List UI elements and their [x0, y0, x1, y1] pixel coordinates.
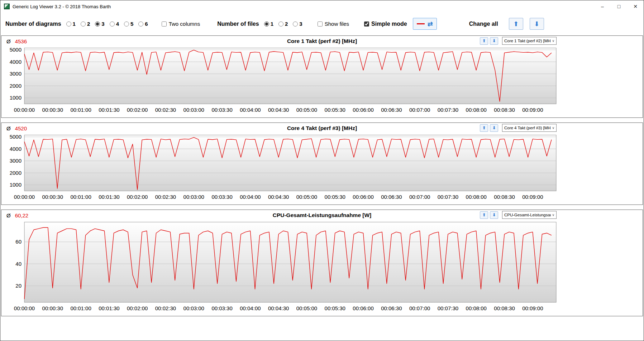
two-columns-input[interactable] [162, 21, 167, 27]
radio-label: 6 [145, 21, 148, 27]
svg-text:00:06:00: 00:06:00 [353, 305, 373, 311]
svg-text:00:07:00: 00:07:00 [409, 107, 430, 113]
move-chart-up-button[interactable]: ⬆ [480, 124, 488, 132]
svg-text:00:07:00: 00:07:00 [409, 194, 430, 200]
change-all-up-button[interactable]: ⬆ [509, 18, 523, 30]
diagrams-radio-1[interactable] [66, 21, 71, 27]
svg-text:00:05:30: 00:05:30 [325, 107, 345, 113]
diagrams-radio-3[interactable] [95, 21, 100, 27]
average-value: 4520 [15, 125, 27, 131]
svg-text:3000: 3000 [10, 158, 22, 164]
svg-text:4000: 4000 [10, 59, 22, 65]
svg-text:00:08:30: 00:08:30 [494, 305, 515, 311]
charts-area: Ø 4536 Core 1 Takt (perf #2) [MHz] ⬆ ⬇ C… [0, 35, 644, 321]
diagrams-option-1[interactable]: 1 [66, 21, 76, 27]
svg-text:00:03:30: 00:03:30 [211, 107, 232, 113]
svg-text:00:07:30: 00:07:30 [438, 305, 458, 311]
svg-text:00:06:30: 00:06:30 [381, 305, 402, 311]
two-columns-checkbox[interactable]: Two columns [162, 21, 200, 27]
line-chart-canvas[interactable]: 20406000:00:0000:00:3000:01:0000:01:3000… [4, 220, 643, 314]
dropdown-value: Core 4 Takt (perf #3) [MH [504, 126, 551, 130]
svg-text:00:04:00: 00:04:00 [240, 305, 261, 311]
svg-text:00:02:30: 00:02:30 [155, 194, 176, 200]
line-chart-canvas[interactable]: 1000200030004000500000:00:0000:00:3000:0… [4, 46, 643, 116]
maximize-icon: □ [617, 4, 620, 9]
svg-text:00:08:30: 00:08:30 [494, 194, 515, 200]
svg-text:40: 40 [15, 261, 22, 267]
move-chart-down-button[interactable]: ⬇ [490, 124, 498, 132]
svg-text:1000: 1000 [10, 182, 22, 188]
show-files-checkbox[interactable]: Show files [318, 21, 349, 27]
svg-text:00:01:00: 00:01:00 [70, 107, 91, 113]
svg-text:00:08:00: 00:08:00 [466, 194, 487, 200]
average-symbol: Ø [6, 125, 11, 131]
close-button[interactable]: ✕ [627, 0, 644, 13]
diagrams-radio-6[interactable] [138, 21, 143, 27]
move-chart-up-button[interactable]: ⬆ [480, 37, 488, 45]
svg-text:00:05:30: 00:05:30 [325, 305, 345, 311]
move-chart-up-button[interactable]: ⬆ [480, 211, 488, 219]
svg-text:5000: 5000 [10, 134, 22, 140]
average-display: Ø 4520 [6, 125, 27, 131]
svg-text:00:06:30: 00:06:30 [381, 107, 402, 113]
maximize-button[interactable]: □ [611, 0, 627, 13]
files-option-3[interactable]: 3 [293, 21, 302, 27]
svg-text:4000: 4000 [10, 146, 22, 152]
svg-text:00:03:00: 00:03:00 [183, 107, 204, 113]
dropdown-value: CPU-Gesamt-Leistungsau [504, 213, 551, 217]
svg-text:00:00:30: 00:00:30 [42, 194, 63, 200]
line-color-refresh-button[interactable]: ⇄ [413, 18, 437, 30]
diagrams-radio-2[interactable] [81, 21, 86, 27]
simple-mode-input[interactable] [364, 21, 369, 27]
app-icon [4, 4, 10, 9]
show-files-input[interactable] [318, 21, 323, 27]
signal-select-dropdown[interactable]: CPU-Gesamt-Leistungsau ∨ [502, 211, 557, 219]
svg-text:00:03:00: 00:03:00 [183, 305, 204, 311]
arrow-up-icon: ⬆ [482, 213, 486, 217]
svg-text:00:02:00: 00:02:00 [127, 305, 148, 311]
radio-label: 1 [271, 21, 273, 27]
svg-text:00:03:30: 00:03:30 [211, 194, 232, 200]
change-all-label: Change all [469, 21, 498, 27]
line-chart-canvas[interactable]: 1000200030004000500000:00:0000:00:3000:0… [4, 133, 643, 203]
chevron-down-icon: ∨ [552, 213, 554, 217]
diagrams-option-6[interactable]: 6 [138, 21, 148, 27]
svg-text:00:08:30: 00:08:30 [494, 107, 515, 113]
svg-text:00:02:30: 00:02:30 [155, 305, 176, 311]
files-label: Number of files [217, 21, 259, 27]
radio-label: 3 [101, 21, 104, 27]
svg-text:00:02:30: 00:02:30 [155, 107, 176, 113]
files-radio-2[interactable] [278, 21, 283, 27]
diagrams-option-5[interactable]: 5 [124, 21, 133, 27]
red-dash-icon [417, 23, 425, 24]
minimize-button[interactable]: – [594, 0, 611, 13]
svg-text:00:00:00: 00:00:00 [14, 305, 35, 311]
signal-select-dropdown[interactable]: Core 1 Takt (perf #2) [MH ∨ [502, 37, 557, 45]
diagrams-option-2[interactable]: 2 [81, 21, 90, 27]
diagrams-radio-5[interactable] [124, 21, 129, 27]
files-option-2[interactable]: 2 [278, 21, 288, 27]
files-radio-1[interactable] [264, 21, 269, 27]
simple-mode-checkbox[interactable]: Simple mode [364, 21, 407, 27]
average-display: Ø 4536 [6, 38, 27, 44]
svg-text:2000: 2000 [10, 83, 22, 89]
window-titlebar: Generic Log Viewer 3.2 - © 2018 Thomas B… [0, 0, 644, 13]
arrow-down-icon: ⬇ [492, 39, 496, 43]
move-chart-down-button[interactable]: ⬇ [490, 211, 498, 219]
svg-text:2000: 2000 [10, 170, 22, 176]
diagrams-radio-4[interactable] [110, 21, 115, 27]
signal-select-dropdown[interactable]: Core 4 Takt (perf #3) [MH ∨ [502, 124, 557, 132]
change-all-down-button[interactable]: ⬇ [530, 18, 544, 30]
files-radio-3[interactable] [293, 21, 298, 27]
radio-label: 3 [299, 21, 302, 27]
files-option-1[interactable]: 1 [264, 21, 273, 27]
move-chart-down-button[interactable]: ⬇ [490, 37, 498, 45]
average-display: Ø 60,22 [6, 212, 28, 218]
svg-text:00:01:00: 00:01:00 [70, 305, 91, 311]
svg-text:00:07:30: 00:07:30 [438, 194, 458, 200]
diagrams-option-4[interactable]: 4 [110, 21, 119, 27]
svg-text:60: 60 [15, 239, 22, 245]
diagrams-option-3[interactable]: 3 [95, 21, 104, 27]
radio-label: 2 [285, 21, 288, 27]
svg-text:00:09:00: 00:09:00 [522, 305, 543, 311]
